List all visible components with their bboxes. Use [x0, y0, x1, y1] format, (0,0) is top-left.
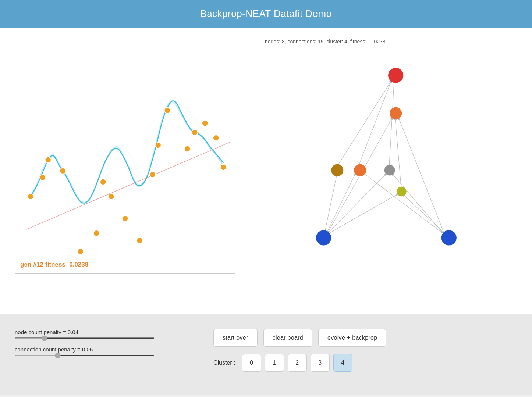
svg-line-28: [402, 193, 447, 236]
svg-point-37: [331, 164, 343, 176]
cluster-label: Cluster :: [213, 360, 235, 366]
svg-point-13: [155, 142, 161, 148]
svg-point-11: [137, 237, 143, 243]
chart-svg: [15, 39, 235, 273]
chart-container: gen #12 fitness -0.0238: [15, 39, 235, 274]
main-content: gen #12 fitness -0.0238 nodes: 8, connec…: [0, 28, 532, 314]
svg-point-36: [390, 107, 402, 119]
svg-point-15: [184, 146, 190, 152]
svg-point-16: [192, 129, 198, 135]
svg-point-14: [164, 107, 170, 113]
svg-rect-0: [15, 39, 235, 273]
connection-penalty-label: connection count penalty = 0.06: [15, 346, 191, 353]
stats-display: nodes: 8, connections: 15, cluster: 4, f…: [265, 39, 517, 44]
svg-point-6: [77, 248, 83, 254]
clear-board-button[interactable]: clear board: [263, 329, 312, 347]
node-penalty-slider[interactable]: [15, 337, 155, 339]
cluster-btn-0[interactable]: 0: [242, 354, 261, 372]
svg-point-12: [150, 172, 156, 178]
svg-line-26: [398, 116, 445, 236]
cluster-btn-2[interactable]: 2: [288, 354, 307, 372]
action-buttons-row: start over clear board evolve + backprop: [213, 329, 517, 347]
svg-point-42: [441, 230, 457, 245]
svg-line-33: [395, 116, 401, 186]
svg-point-38: [354, 164, 366, 176]
evolve-backprop-button[interactable]: evolve + backprop: [318, 329, 386, 347]
svg-line-31: [338, 79, 393, 165]
connection-penalty-slider[interactable]: [15, 355, 155, 356]
cluster-btn-4[interactable]: 4: [333, 354, 352, 372]
svg-point-35: [388, 68, 403, 83]
svg-point-17: [202, 120, 208, 126]
svg-line-22: [325, 172, 357, 237]
svg-point-4: [45, 157, 51, 163]
start-over-button[interactable]: start over: [213, 329, 258, 347]
node-penalty-group: node count penalty = 0.04: [15, 329, 191, 339]
cluster-btn-1[interactable]: 1: [265, 354, 284, 372]
svg-point-19: [220, 164, 226, 170]
svg-point-7: [93, 230, 99, 236]
svg-point-39: [384, 165, 395, 176]
svg-line-25: [326, 193, 399, 235]
controls-right: start over clear board evolve + backprop…: [191, 325, 517, 372]
gen-label: gen #12 fitness -0.0238: [20, 261, 88, 268]
svg-point-2: [28, 194, 33, 200]
svg-point-8: [100, 179, 106, 185]
svg-point-3: [40, 175, 46, 180]
cluster-row: Cluster : 0 1 2 3 4: [213, 354, 517, 372]
app-title: Backprop-NEAT Datafit Demo: [200, 8, 331, 19]
svg-point-40: [397, 186, 407, 196]
svg-point-18: [213, 135, 219, 141]
app-header: Backprop-NEAT Datafit Demo: [0, 0, 532, 28]
bottom-panel: node count penalty = 0.04 connection cou…: [0, 314, 532, 395]
svg-point-41: [316, 230, 331, 245]
svg-point-9: [108, 194, 114, 200]
left-panel: gen #12 fitness -0.0238: [15, 39, 243, 307]
node-penalty-label: node count penalty = 0.04: [15, 329, 191, 335]
svg-line-30: [359, 79, 392, 165]
network-canvas: [258, 52, 517, 287]
svg-point-5: [60, 168, 66, 174]
svg-line-29: [362, 172, 445, 235]
network-svg: [258, 52, 517, 287]
cluster-btn-3[interactable]: 3: [311, 354, 330, 372]
svg-point-10: [122, 215, 128, 221]
controls-left: node count penalty = 0.04 connection cou…: [15, 325, 191, 356]
connection-penalty-group: connection count penalty = 0.06: [15, 346, 191, 356]
right-panel: nodes: 8, connections: 15, cluster: 4, f…: [258, 39, 517, 307]
